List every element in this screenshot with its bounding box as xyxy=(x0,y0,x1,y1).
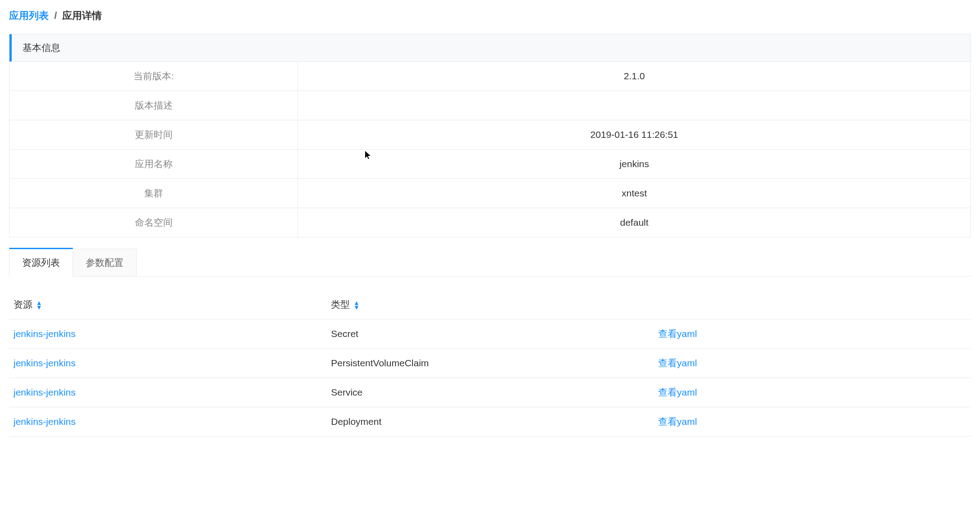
info-row-app-name: 应用名称 jenkins xyxy=(9,150,971,179)
resource-type: Deployment xyxy=(326,407,654,437)
resource-type: Service xyxy=(326,378,654,407)
info-value: 2.1.0 xyxy=(298,62,971,91)
basic-info-title: 基本信息 xyxy=(9,34,971,62)
column-header-type[interactable]: 类型 ▲ ▼ xyxy=(326,290,654,319)
view-yaml-link[interactable]: 查看yaml xyxy=(658,387,697,397)
basic-info-panel: 基本信息 当前版本: 2.1.0 版本描述 更新时间 2019-01-16 11… xyxy=(9,34,971,237)
breadcrumb-link-app-list[interactable]: 应用列表 xyxy=(9,10,49,21)
column-header-label: 资源 xyxy=(14,299,32,310)
column-header-resource[interactable]: 资源 ▲ ▼ xyxy=(9,290,326,319)
info-label: 版本描述 xyxy=(9,91,298,120)
info-row-cluster: 集群 xntest xyxy=(9,179,971,208)
info-value xyxy=(298,91,971,120)
sort-icon: ▲ ▼ xyxy=(353,300,360,310)
sort-icon: ▲ ▼ xyxy=(36,300,42,310)
resource-table: 资源 ▲ ▼ 类型 ▲ ▼ jenkins-jenkins Secret 查看y… xyxy=(9,290,971,437)
info-row-version: 当前版本: 2.1.0 xyxy=(9,62,971,91)
info-row-description: 版本描述 xyxy=(9,91,971,120)
info-value: 2019-01-16 11:26:51 xyxy=(298,120,971,150)
view-yaml-link[interactable]: 查看yaml xyxy=(658,416,697,427)
info-label: 命名空间 xyxy=(9,208,298,237)
info-label: 当前版本: xyxy=(9,62,298,91)
breadcrumb: 应用列表 / 应用详情 xyxy=(9,9,971,23)
breadcrumb-current: 应用详情 xyxy=(62,10,102,21)
resource-type: Secret xyxy=(326,319,654,349)
info-row-update-time: 更新时间 2019-01-16 11:26:51 xyxy=(9,120,971,150)
tabs: 资源列表 参数配置 xyxy=(9,249,971,277)
info-label: 更新时间 xyxy=(9,120,298,150)
resource-link[interactable]: jenkins-jenkins xyxy=(14,358,76,368)
table-row: jenkins-jenkins Service 查看yaml xyxy=(9,378,971,407)
basic-info-table: 当前版本: 2.1.0 版本描述 更新时间 2019-01-16 11:26:5… xyxy=(9,62,971,237)
resource-type: PersistentVolumeClaim xyxy=(326,349,654,378)
table-row: jenkins-jenkins PersistentVolumeClaim 查看… xyxy=(9,349,971,378)
tab-resource-list[interactable]: 资源列表 xyxy=(9,248,73,276)
info-value: xntest xyxy=(298,179,971,208)
resource-link[interactable]: jenkins-jenkins xyxy=(14,416,76,427)
info-value: default xyxy=(298,208,971,237)
info-label: 集群 xyxy=(9,179,298,208)
info-label: 应用名称 xyxy=(9,150,298,179)
info-value: jenkins xyxy=(298,150,971,179)
column-header-label: 类型 xyxy=(331,299,350,310)
table-row: jenkins-jenkins Deployment 查看yaml xyxy=(9,407,971,437)
breadcrumb-separator: / xyxy=(54,10,57,21)
info-row-namespace: 命名空间 default xyxy=(9,208,971,237)
table-row: jenkins-jenkins Secret 查看yaml xyxy=(9,319,971,349)
resource-link[interactable]: jenkins-jenkins xyxy=(14,387,76,397)
resource-link[interactable]: jenkins-jenkins xyxy=(14,328,76,339)
tab-param-config[interactable]: 参数配置 xyxy=(73,249,137,276)
view-yaml-link[interactable]: 查看yaml xyxy=(658,328,697,339)
column-header-action xyxy=(654,290,971,319)
view-yaml-link[interactable]: 查看yaml xyxy=(658,358,697,368)
